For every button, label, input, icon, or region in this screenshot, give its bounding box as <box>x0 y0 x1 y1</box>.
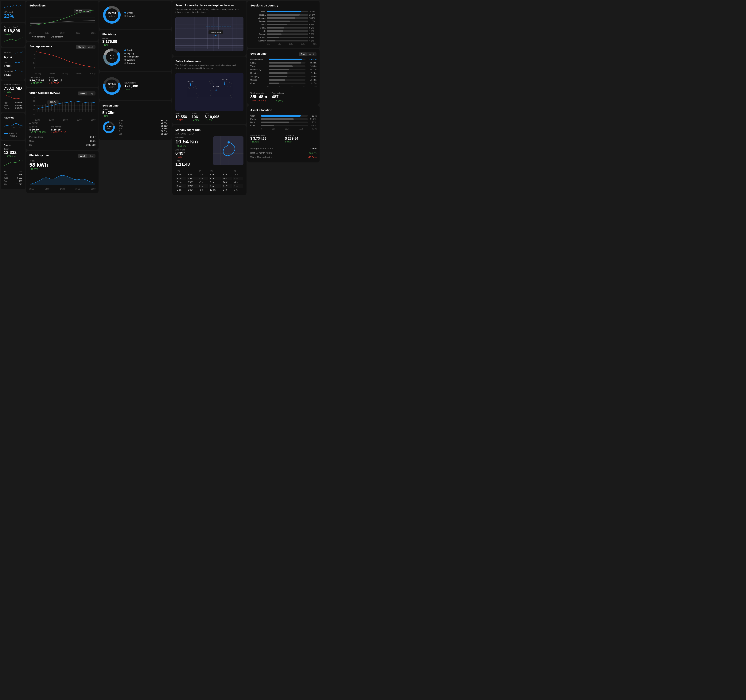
map-placeholder[interactable]: Search Here <box>175 17 244 51</box>
visitors-legend: Direct Referral <box>125 12 134 18</box>
svg-text:871: 871 <box>110 54 114 57</box>
bar-india: India 9.6% <box>250 23 316 26</box>
today-avg-value: $ 1,260.16 <box>49 79 62 82</box>
avg-revenue-week-btn[interactable]: Week <box>86 45 95 49</box>
avg-revenue-title: Average revenue <box>29 45 52 48</box>
electricity-use-card: Electricity use Week Day Today 58 kWh ↑ … <box>26 151 99 193</box>
svg-rect-40 <box>77 103 77 112</box>
new-visitors-change: ↑ 15% <box>125 88 138 90</box>
svg-point-97 <box>210 83 211 84</box>
spce-toggle[interactable]: Week Day <box>78 91 95 95</box>
run-split-1: 1 km5'34"-9 m 6 km6'19"-4 m <box>176 173 243 176</box>
run-menu[interactable]: ··· <box>241 128 244 135</box>
st-bar-other: Other 1h 7m <box>250 82 316 84</box>
asset-returns: Average annual return 7.96% Best 12-mont… <box>250 145 316 160</box>
electricity-card: Electricity Amount $ 176.89 ↑ 12% 871 kW… <box>99 30 171 71</box>
gold-sparkline <box>15 61 23 65</box>
gold-value: 1,906 <box>4 65 23 68</box>
avg-revenue-toggle[interactable]: Month Week <box>76 45 96 49</box>
this-month-value: $ 36,026.89 <box>29 79 44 82</box>
steps-card: Steps ··· Today 12 332 ↑ + 678 steps Fri… <box>1 141 26 189</box>
screen-time-week-row: 29h 55m Week Mon5h 23m Tue4h 37m Wed3h 1… <box>102 119 168 136</box>
st-today-label: Today <box>102 108 116 110</box>
svg-text:visitors: visitors <box>109 15 115 17</box>
map-search-menu[interactable]: ··· <box>241 4 244 15</box>
elec-day-btn[interactable]: Day <box>87 154 95 158</box>
today-avg-label: Today <box>49 77 62 79</box>
svg-point-121 <box>233 96 233 97</box>
asset-income: All-time income $ 3,734.36 ↑ 18.76% Divi… <box>250 132 316 143</box>
svg-text:visitors: visitors <box>109 86 115 88</box>
run-split-4: 4 km6'20"0 m 9 km6'47"4 m <box>176 184 243 188</box>
cpu-value: 23% <box>4 13 23 19</box>
st-day-btn[interactable]: Day <box>299 53 307 56</box>
svg-text:28: 28 <box>33 97 35 98</box>
monday-run-card: Monday Night Run 15/07/2021 — 23:24 ··· … <box>172 125 247 195</box>
electricity-use-toggle[interactable]: Week Day <box>78 154 95 158</box>
svg-rect-43 <box>85 102 86 112</box>
svg-text:9k: 9k <box>33 54 35 56</box>
memory-cached: Cached1,56 GB <box>4 107 23 109</box>
asset-other: Other $5.7k <box>250 124 316 127</box>
sp500-sparkline <box>15 51 23 54</box>
avg-revenue-card: Average revenue Month Week 0 3k 6k 9k 12… <box>26 42 99 87</box>
svg-point-112 <box>227 86 228 87</box>
st-totals: Total screen time 35h 48m ↓ 34% (-2h 23m… <box>250 90 316 102</box>
svg-text:24: 24 <box>33 104 35 106</box>
avg-revenue-month-btn[interactable]: Month <box>76 45 86 49</box>
svg-point-89 <box>188 87 189 88</box>
steps-table: Fri11 654 Thu12 678 Wed9 893 Tue123 Mon1… <box>4 170 23 186</box>
bar-vietnam: Vietnam 13.8% <box>250 17 316 19</box>
svg-text:3k: 3k <box>33 62 35 64</box>
revenue2-menu[interactable]: ··· <box>20 116 23 120</box>
svg-point-103 <box>213 92 214 93</box>
memory-change: ↑ +13% <box>4 91 23 93</box>
steps-row-mon: Mon11 678 <box>4 183 22 186</box>
svg-point-85 <box>194 85 195 86</box>
svg-text:$ 1,334: $ 1,334 <box>213 86 219 87</box>
svg-rect-29 <box>45 104 46 112</box>
asset-bars: Cash $17k Equity $14.1k Debt $12k Other … <box>250 115 316 127</box>
svg-point-113 <box>230 86 231 87</box>
subscribers-menu[interactable]: ··· <box>93 4 95 8</box>
run-title: Monday Night Run <box>175 128 200 131</box>
sales-perf-subtitle: The Sales Performance shows three main m… <box>175 64 241 70</box>
svg-text:20: 20 <box>33 113 35 115</box>
svg-point-88 <box>187 85 188 86</box>
spce-close-stats: At close $ 26.89 ↑ +5.82 (+27.62%) Pre-M… <box>29 125 95 133</box>
spce-week-btn[interactable]: Week <box>78 92 87 95</box>
sessions-menu[interactable]: ··· <box>314 4 316 8</box>
asset-menu[interactable]: ··· <box>314 108 316 113</box>
sales-performance-card: Sales Performance The Sales Performance … <box>172 57 247 124</box>
revenue-may-card: Revenue (May) $ 16,898 ↑ +44% <box>1 23 26 47</box>
sessions-x-labels: 0%5%10%15%20% <box>250 43 316 45</box>
st-bar-travel: Travel 2h 38m <box>250 65 316 67</box>
spce-card: Virgin Galactic (SPCE) Week Day 20 22 24… <box>26 88 99 150</box>
screen-time-toggle[interactable]: Day Week <box>299 52 316 56</box>
bar-poland: Poland 7.1% <box>250 33 316 35</box>
revenue2-title: Revenue <box>4 116 14 119</box>
steps-today-value: 12 332 <box>4 150 23 155</box>
sales-perf-menu[interactable]: ··· <box>241 60 244 71</box>
svg-text:367,845: 367,845 <box>108 83 116 85</box>
st-week-btn[interactable]: Week <box>307 53 316 56</box>
steps-change: ↑ + 678 steps <box>4 155 23 157</box>
svg-point-104 <box>210 95 211 96</box>
svg-text:$ 5,269: $ 5,269 <box>188 80 194 82</box>
svg-rect-44 <box>88 102 89 112</box>
steps-menu[interactable]: ··· <box>20 144 23 148</box>
subscribers-chart: 30,987 million <box>29 8 95 31</box>
this-month-change: ↑ + $1,670.76 <box>29 82 44 84</box>
memory-wired: Wired1,80 GB <box>4 104 23 107</box>
elec-week-btn[interactable]: Week <box>78 154 87 158</box>
svg-rect-31 <box>51 104 52 111</box>
svg-rect-34 <box>60 103 60 112</box>
spce-title: Virgin Galactic (SPCE) <box>29 91 60 94</box>
market-card: S&P 500 4,204 Gold 1,906 Crude Oil 66.63 <box>1 48 26 80</box>
route-map-svg <box>213 136 244 165</box>
product-b-legend: Product B <box>4 135 23 137</box>
svg-point-117 <box>199 98 199 99</box>
spce-day-btn[interactable]: Day <box>87 92 95 95</box>
spce-at-close-label: At close <box>29 125 47 128</box>
svg-point-92 <box>196 88 197 89</box>
